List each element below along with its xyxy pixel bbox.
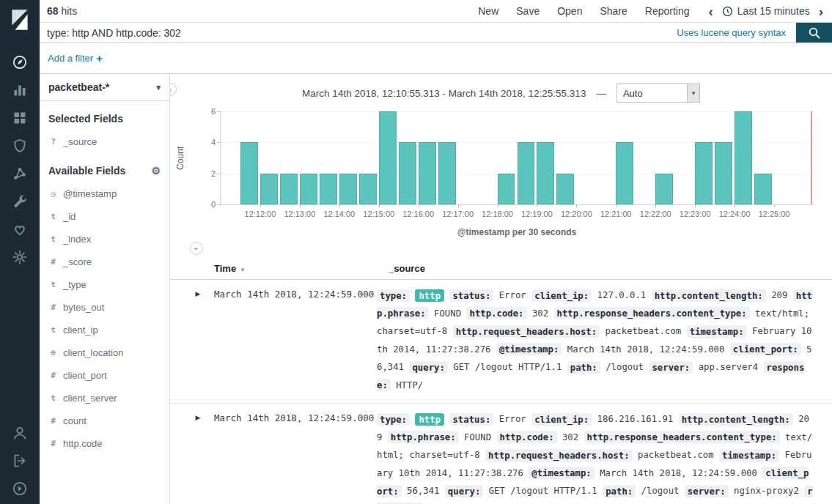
source-field-name: server: — [649, 361, 693, 374]
histogram-bar[interactable] — [715, 142, 732, 204]
source-field-name: http.request_headers.host: — [453, 325, 600, 338]
visualize-nav-icon[interactable] — [0, 76, 40, 104]
topbar: 68 hits NewSaveOpenShareReporting ‹ Last… — [40, 0, 832, 22]
source-field-name: status: — [449, 413, 493, 426]
y-tick-label: 4 — [201, 138, 216, 147]
histogram-bar[interactable] — [419, 142, 436, 204]
x-tick-mark — [419, 204, 419, 207]
histogram-bar[interactable] — [556, 174, 574, 204]
histogram-bar[interactable] — [754, 174, 772, 204]
field-item-client_location[interactable]: ⊕client_location — [40, 341, 169, 364]
field-item-_score[interactable]: #_score — [40, 251, 169, 273]
logout-nav-icon[interactable] — [0, 447, 40, 475]
collapse-histogram-button[interactable]: ‹ — [190, 242, 203, 255]
histogram-bar[interactable] — [518, 142, 535, 204]
field-name: _index — [63, 234, 91, 245]
source-field-name: http.phrase: — [388, 431, 459, 443]
x-tick-label: 12:12:00 — [245, 210, 276, 218]
field-item-_source[interactable]: ?_source — [40, 130, 169, 153]
histogram-bar[interactable] — [498, 174, 515, 204]
histogram-bar[interactable] — [438, 142, 456, 204]
lucene-syntax-link[interactable]: Uses lucene query syntax — [677, 23, 786, 42]
field-name: _id — [63, 211, 76, 222]
search-icon — [808, 26, 821, 40]
field-item-client_port[interactable]: #client_port — [40, 364, 169, 387]
kibana-logo-icon[interactable] — [0, 0, 40, 40]
dashboard-nav-icon[interactable] — [0, 104, 40, 132]
expand-row-caret-icon[interactable]: ▶ — [186, 284, 210, 297]
x-tick-label: 12:14:00 — [323, 210, 355, 218]
x-tick-mark — [537, 204, 537, 207]
topbar-action-save[interactable]: Save — [516, 5, 540, 17]
x-tick-label: 12:25:00 — [759, 210, 790, 218]
discover-nav-icon[interactable] — [0, 48, 40, 76]
field-item-_index[interactable]: t_index — [40, 228, 169, 251]
monitoring-nav-icon[interactable] — [0, 215, 40, 243]
field-settings-gear-icon[interactable]: ⚙ — [151, 165, 161, 177]
management-nav-icon[interactable] — [0, 243, 40, 271]
time-forward-chevron-icon[interactable]: › — [819, 4, 823, 18]
topbar-action-open[interactable]: Open — [557, 5, 582, 17]
field-item-@timestamp[interactable]: ◷@timestamp — [40, 182, 169, 205]
topbar-action-reporting[interactable]: Reporting — [645, 5, 690, 17]
histogram-bar[interactable] — [379, 111, 397, 204]
source-field-value: HTTP/ — [396, 380, 423, 390]
topbar-action-new[interactable]: New — [478, 5, 498, 17]
dev-tools-nav-icon[interactable] — [0, 188, 40, 215]
source-field-value: Error — [499, 414, 526, 424]
field-item-count[interactable]: #count — [40, 410, 169, 432]
search-button[interactable] — [796, 23, 832, 42]
source-field-value: FOUND — [434, 308, 461, 319]
source-field-value: /logout — [605, 362, 644, 372]
time-back-chevron-icon[interactable]: ‹ — [709, 4, 713, 18]
sort-descending-icon: ▼ — [240, 267, 246, 273]
expand-row-caret-icon[interactable]: ▶ — [186, 408, 210, 421]
query-input[interactable] — [40, 23, 677, 42]
histogram-bar[interactable] — [655, 174, 673, 204]
field-name: @timestamp — [63, 188, 117, 199]
kibana-app: 68 hits NewSaveOpenShareReporting ‹ Last… — [0, 0, 832, 504]
histogram-bar[interactable] — [260, 174, 278, 204]
histogram-bar[interactable] — [359, 174, 377, 204]
source-field-name: path: — [567, 361, 600, 374]
histogram-bar[interactable] — [399, 142, 416, 204]
field-item-http.code[interactable]: #http.code — [40, 432, 169, 455]
histogram-bar[interactable] — [695, 142, 713, 204]
field-item-_type[interactable]: t_type — [40, 273, 169, 296]
time-range-label: Last 15 minutes — [737, 5, 810, 17]
time-column-header[interactable]: Time▼ — [210, 263, 377, 274]
field-item-_id[interactable]: t_id — [40, 205, 169, 228]
field-item-bytes_out[interactable]: #bytes_out — [40, 296, 169, 319]
source-field-value: packetbeat.com — [605, 326, 682, 336]
highlighted-field-value: http — [415, 413, 444, 426]
doc-source-cell: type: http status: Error client_ip: 127.… — [377, 284, 832, 399]
field-name: count — [63, 415, 86, 426]
histogram-bar[interactable] — [280, 174, 298, 204]
source-field-name: http.response_headers.content_type: — [554, 307, 750, 319]
histogram-bar[interactable] — [240, 142, 258, 204]
security-nav-icon[interactable] — [0, 132, 40, 160]
title-dash: — — [596, 88, 606, 99]
field-type-icon: ⊕ — [48, 348, 58, 357]
histogram-bar[interactable] — [339, 174, 357, 204]
field-item-client_ip[interactable]: tclient_ip — [40, 319, 169, 341]
histogram-bar[interactable] — [300, 174, 317, 204]
histogram-bar[interactable] — [735, 111, 752, 204]
source-field-name: http.code: — [466, 307, 526, 319]
chart-time-range-title: March 14th 2018, 12:10:55.313 - March 14… — [302, 88, 586, 99]
interval-select[interactable]: Auto ▾ — [616, 84, 700, 103]
account-nav-icon[interactable] — [0, 419, 40, 447]
index-pattern-selector[interactable]: packetbeat-* ▾ — [40, 74, 169, 101]
field-item-client_server[interactable]: tclient_server — [40, 387, 169, 410]
histogram-bar[interactable] — [616, 142, 633, 204]
add-filter-link[interactable]: Add a filter + — [48, 52, 103, 64]
source-field-name: http.request_headers.host: — [485, 449, 633, 462]
x-tick-mark — [616, 204, 616, 207]
time-picker-button[interactable]: Last 15 minutes — [722, 5, 810, 17]
graph-nav-icon[interactable] — [0, 160, 40, 188]
field-name: _type — [63, 279, 86, 290]
histogram-bar[interactable] — [537, 142, 554, 204]
topbar-action-share[interactable]: Share — [600, 5, 627, 17]
histogram-bar[interactable] — [320, 174, 337, 204]
collapse-nav-nav-icon[interactable] — [0, 475, 40, 503]
